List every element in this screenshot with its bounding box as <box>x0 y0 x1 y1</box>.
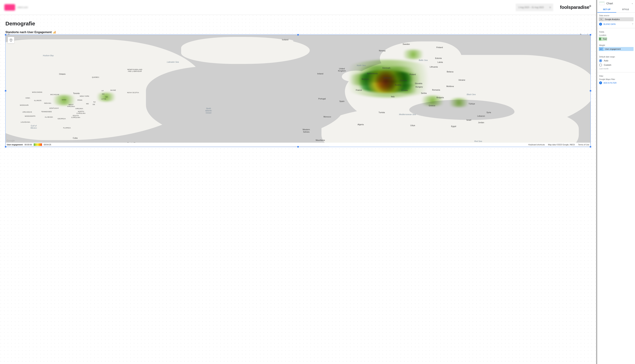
section-data-source: Data source <box>597 12 635 17</box>
map-label: LOUISIANA <box>21 122 30 123</box>
data-source-chip[interactable]: ✎ Google Analytics <box>599 17 633 21</box>
resize-handle[interactable] <box>5 146 6 148</box>
weight-field-chip[interactable]: AUT User engagement <box>599 47 633 51</box>
help-icon[interactable]: ? <box>632 23 633 26</box>
resize-handle[interactable] <box>590 34 591 36</box>
label-weight: Weight <box>597 44 635 47</box>
locate-button[interactable] <box>8 37 14 44</box>
resize-handle[interactable] <box>297 34 299 36</box>
resize-handle[interactable] <box>5 90 6 92</box>
map-label: DE <box>93 104 95 106</box>
map-label: Labrador Sea <box>167 61 179 63</box>
page-title: Demografie <box>6 20 591 27</box>
date-range-picker[interactable]: 1 Aug 2023 – 31 Aug 2023 ▾ <box>516 4 553 11</box>
map-label: IOWA <box>26 97 30 99</box>
section-fields: Fields <box>597 29 635 34</box>
map-label: MICHIGAN <box>50 94 59 96</box>
resize-handle[interactable] <box>590 146 591 148</box>
map-label: Cuba <box>73 137 78 139</box>
map-label: Libya <box>410 124 415 126</box>
panel-header[interactable]: Chart ⌄ <box>597 0 635 6</box>
map-label: MISSISSIPPI <box>25 116 36 117</box>
map-label: North Atlantic Ocean <box>205 107 212 114</box>
map-label: Hungary <box>415 86 423 88</box>
map-label: Slovakia <box>415 82 422 84</box>
report-canvas[interactable]: client.com 1 Aug 2023 – 31 Aug 2023 ▾ fo… <box>0 0 597 364</box>
map-label: Spain <box>339 100 344 102</box>
radio-on-icon <box>599 59 602 62</box>
map-label: NJ <box>93 101 96 103</box>
map-label: Iceland <box>282 38 288 41</box>
map-label: Ukraine <box>458 79 465 81</box>
map-label: Algeria <box>357 123 364 126</box>
label-location: Location <box>597 34 635 37</box>
map-label: VT <box>102 90 104 92</box>
date-range-auto[interactable]: Auto <box>597 58 635 63</box>
map-label: Latvia <box>437 61 443 63</box>
map-label: Toronto <box>73 92 80 94</box>
map-label: Jordan <box>478 122 484 124</box>
panel-title: Chart <box>606 2 613 5</box>
terms-link[interactable]: Terms of Use <box>578 144 589 146</box>
map-label: SOUTH CAROLINA <box>71 115 80 118</box>
legend-max: 03:54:25 <box>44 144 51 146</box>
chevron-down-icon: ▾ <box>549 6 551 9</box>
date-range-hint: Last month <box>597 67 635 70</box>
map-label: Greece <box>429 104 435 106</box>
panel-tabs: SET-UP STYLE <box>597 6 635 12</box>
map-label: Tunisia <box>379 111 385 114</box>
map-label: MA <box>105 96 108 98</box>
client-logo: client.com <box>4 4 28 11</box>
pencil-icon: ✎ <box>599 17 603 21</box>
properties-panel: Chart ⌄ SET-UP STYLE Data source ✎ Googl… <box>597 0 635 364</box>
report-body[interactable]: Demografie Standorte nach User Engagemen… <box>0 15 596 364</box>
map-label: MAINE <box>111 90 116 91</box>
map-label: Israel <box>466 119 471 121</box>
map-label: WEST VIRGINIA <box>67 104 75 108</box>
map-label: FLORIDA <box>63 127 71 129</box>
map-label: Serbia <box>421 92 427 94</box>
location-field-chip[interactable]: Town/City <box>599 37 607 41</box>
map-label: NOVA SCOTIA <box>127 92 139 94</box>
add-filter-button[interactable]: + ADD A FILTER <box>597 81 635 86</box>
map-label: PENN <box>78 100 82 101</box>
map-label: Ireland <box>317 72 323 75</box>
map-label: Red Sea <box>474 140 482 142</box>
map-label: ARKANSAS <box>23 111 32 113</box>
keyboard-shortcuts-link[interactable]: Keyboard shortcuts <box>528 144 545 146</box>
tab-style[interactable]: STYLE <box>616 6 635 12</box>
map-label: Hudson Bay <box>43 54 54 56</box>
map-label: ALABAMA <box>45 116 53 118</box>
resize-handle[interactable] <box>590 90 591 92</box>
analytics-icon <box>53 31 56 34</box>
resize-handle[interactable] <box>5 34 6 36</box>
label-gmaps-filter: Google Maps Filter <box>597 78 635 81</box>
date-range-custom[interactable]: Custom <box>597 63 635 67</box>
resize-handle[interactable] <box>297 146 299 148</box>
map-label: Portugal <box>318 98 326 100</box>
map-label: North Sea <box>357 64 366 66</box>
map-label: Belgium <box>362 78 369 80</box>
map-label: France <box>356 89 362 91</box>
google-map[interactable]: IcelandSwedenNorwayFinlandEstoniaLatviaL… <box>6 35 590 147</box>
map-label: Poland <box>410 73 416 76</box>
tab-setup[interactable]: SET-UP <box>597 6 616 12</box>
map-label: Belarus <box>447 70 453 73</box>
map-label: NEW YORK <box>80 96 89 97</box>
globe-icon <box>599 37 601 41</box>
blend-data-button[interactable]: + BLEND DATA ? <box>597 22 635 28</box>
chevron-down-icon[interactable]: ⌄ <box>631 2 633 4</box>
weight-badge: AUT <box>599 47 603 51</box>
map-label: KENTUCKY <box>49 108 59 109</box>
map-label: Austria <box>395 84 401 86</box>
map-label: Germany <box>383 77 392 79</box>
map-label: Denmark <box>382 67 390 69</box>
map-chart[interactable]: ↶ ✎ ⋮ Icela <box>6 34 591 147</box>
map-label: NH <box>102 93 105 95</box>
plus-circle-icon: + <box>599 82 602 84</box>
map-label: MD <box>86 103 89 105</box>
map-label: Syria <box>486 111 491 114</box>
map-label: GEORGIA <box>58 118 66 120</box>
map-label: NEWFOUNDLAND AND LABRADOR <box>127 69 142 72</box>
svg-point-0 <box>11 40 11 40</box>
